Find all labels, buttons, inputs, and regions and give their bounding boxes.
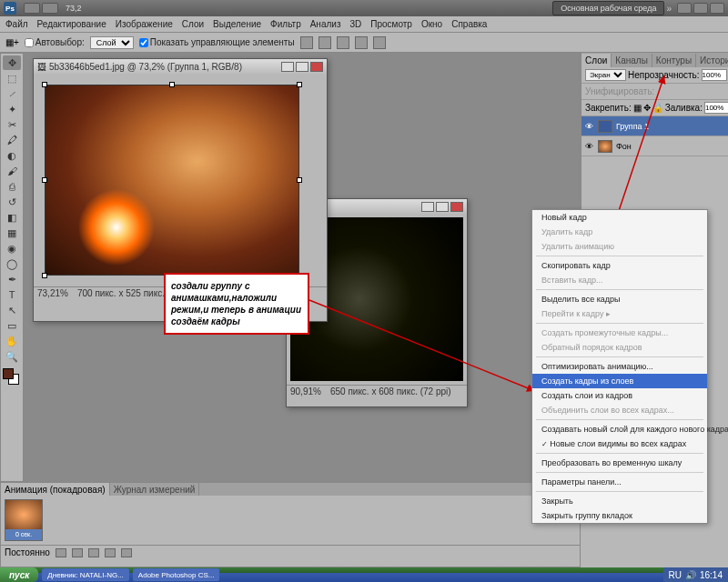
frame-duration[interactable]: 0 сек. (5, 529, 42, 540)
panel-tab[interactable]: Каналы (612, 54, 652, 67)
history-brush-tool[interactable]: ↺ (3, 195, 21, 209)
layer-item[interactable]: 👁Фон (581, 136, 728, 156)
doc-maximize[interactable] (296, 62, 308, 72)
chevron-right-icon[interactable]: » (666, 4, 672, 14)
lock-all-icon[interactable]: 🔒 (652, 103, 663, 113)
play-button[interactable] (88, 548, 99, 557)
menu-редактирование[interactable]: Редактирование (37, 19, 106, 29)
menu-item[interactable]: Оптимизировать анимацию... (532, 359, 707, 374)
distribute-icon[interactable] (355, 36, 368, 49)
menu-item[interactable]: Преобразовать во временную шкалу (532, 456, 707, 470)
marquee-tool[interactable]: ⬚ (3, 71, 21, 85)
transform-handle[interactable] (169, 82, 175, 87)
move-tool[interactable]: ✥ (3, 55, 21, 70)
panel-tab[interactable]: Контуры (652, 54, 696, 67)
type-tool[interactable]: T (3, 287, 21, 302)
loop-select[interactable]: Постоянно (5, 547, 50, 557)
next-frame-button[interactable] (105, 548, 116, 557)
lang-indicator[interactable]: RU (669, 570, 682, 580)
workspace-switcher[interactable]: Основная рабочая среда (552, 1, 664, 15)
autoselect-checkbox[interactable]: Автовыбор: (25, 37, 85, 47)
transform-handle[interactable] (42, 273, 47, 278)
menu-слои[interactable]: Слои (182, 19, 204, 29)
opacity-input[interactable] (702, 69, 727, 81)
align-icon[interactable] (337, 36, 349, 49)
document-canvas[interactable] (45, 85, 299, 276)
doc-minimize[interactable] (421, 202, 434, 212)
menu-item[interactable]: Параметры панели... (532, 475, 707, 489)
animation-frame[interactable]: 0 сек. (5, 499, 43, 541)
lock-pixels-icon[interactable]: ▦ (633, 103, 642, 113)
mini-bridge-button[interactable] (42, 3, 58, 14)
transform-handle[interactable] (297, 177, 302, 183)
menu-item[interactable]: Выделить все кадры (532, 292, 707, 306)
visibility-icon[interactable]: 👁 (585, 122, 594, 131)
hand-tool[interactable]: ✋ (3, 334, 21, 348)
menu-3d[interactable]: 3D (349, 19, 361, 29)
zoom-tool[interactable]: 🔍 (3, 349, 21, 364)
menu-окно[interactable]: Окно (421, 19, 442, 29)
start-button[interactable]: пуск (0, 567, 38, 582)
menu-item[interactable]: Создать кадры из слоев (532, 374, 707, 388)
taskbar-item[interactable]: Adobe Photoshop CS... (133, 568, 220, 581)
shape-tool[interactable]: ▭ (3, 318, 21, 333)
menu-анализ[interactable]: Анализ (310, 19, 341, 29)
system-tray[interactable]: RU 🔊 16:14 (663, 567, 728, 582)
transform-handle[interactable] (42, 177, 47, 183)
menu-item[interactable]: Создавать новый слой для каждого нового … (532, 422, 707, 436)
lasso-tool[interactable]: ⟋ (3, 86, 21, 101)
panel-tab[interactable]: История (696, 54, 728, 67)
doc-maximize[interactable] (436, 202, 449, 212)
prev-frame-button[interactable] (72, 548, 83, 557)
doc-close[interactable] (310, 62, 323, 72)
align-icon[interactable] (318, 36, 331, 49)
autoselect-type[interactable]: Слой (90, 36, 134, 49)
doc-close[interactable] (450, 202, 463, 212)
color-swatch[interactable] (3, 368, 19, 385)
tray-icon[interactable]: 🔊 (685, 570, 696, 580)
brush-tool[interactable]: 🖌 (3, 164, 21, 178)
distribute-icon[interactable] (373, 36, 386, 49)
fill-input[interactable] (704, 102, 728, 114)
show-controls-checkbox[interactable]: Показать управляющие элементы (139, 37, 295, 47)
minimize-button[interactable] (677, 3, 692, 14)
visibility-icon[interactable]: 👁 (585, 142, 594, 151)
transform-handle[interactable] (297, 82, 302, 87)
healing-tool[interactable]: ◐ (3, 148, 21, 163)
eyedropper-tool[interactable]: 🖍 (3, 133, 21, 147)
menu-item[interactable]: Закрыть группу вкладок (532, 508, 707, 523)
bridge-button[interactable] (24, 3, 40, 14)
doc-minimize[interactable] (281, 62, 294, 72)
blur-tool[interactable]: ◉ (3, 241, 21, 256)
menu-item[interactable]: Новый кадр (532, 210, 707, 225)
menu-справка[interactable]: Справка (451, 19, 487, 29)
close-button[interactable] (710, 3, 724, 14)
eraser-tool[interactable]: ◧ (3, 210, 21, 225)
menu-item[interactable]: Скопировать кадр (532, 258, 707, 273)
gradient-tool[interactable]: ▦ (3, 226, 21, 240)
pen-tool[interactable]: ✒ (3, 272, 21, 286)
blend-mode-select[interactable]: Экран (585, 69, 626, 81)
lock-position-icon[interactable]: ✥ (643, 103, 651, 113)
last-frame-button[interactable] (121, 548, 132, 557)
stamp-tool[interactable]: ⎙ (3, 179, 21, 194)
menu-изображение[interactable]: Изображение (116, 19, 173, 29)
anim-tab[interactable]: Журнал измерений (110, 483, 200, 496)
menu-файл[interactable]: Файл (5, 19, 28, 29)
menu-просмотр[interactable]: Просмотр (370, 19, 412, 29)
menu-выделение[interactable]: Выделение (213, 19, 261, 29)
menu-item[interactable]: Создать слои из кадров (532, 388, 707, 403)
taskbar-item[interactable]: Дневник: NATALI-NG... (42, 568, 129, 581)
panel-tab[interactable]: Слои (581, 54, 612, 67)
transform-handle[interactable] (42, 82, 47, 87)
first-frame-button[interactable] (56, 548, 66, 557)
crop-tool[interactable]: ✂ (3, 117, 21, 132)
anim-tab[interactable]: Анимация (покадровая) (1, 483, 110, 496)
wand-tool[interactable]: ✦ (3, 102, 21, 116)
maximize-button[interactable] (693, 3, 708, 14)
path-tool[interactable]: ↖ (3, 303, 21, 317)
menu-item[interactable]: Закрыть (532, 494, 707, 508)
menu-фильтр[interactable]: Фильтр (270, 19, 301, 29)
layer-item[interactable]: 👁Группа 1 (581, 116, 728, 136)
menu-item[interactable]: Новые слои видимы во всех кадрах (532, 436, 707, 451)
